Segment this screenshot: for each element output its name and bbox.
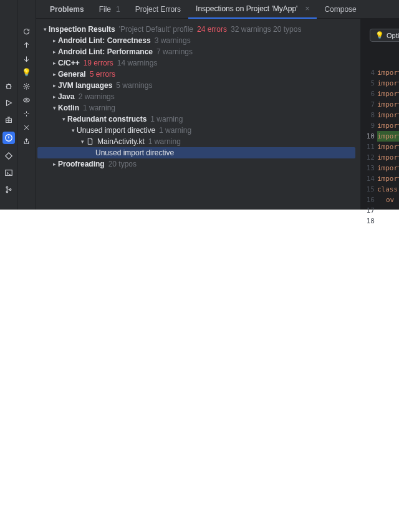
code-preview: importimportimportimportimportimportimpo…	[377, 67, 399, 205]
svg-point-6	[9, 189, 11, 191]
tab-project-errors[interactable]: Project Errors	[128, 0, 188, 19]
svg-rect-3	[5, 170, 12, 176]
close-icon[interactable]	[22, 122, 32, 132]
tree-item[interactable]: ▸C/C++19 errors14 warnings	[37, 57, 360, 69]
inspection-toolbar: 💡	[17, 0, 36, 210]
tree-item[interactable]: Unused import directive	[37, 147, 355, 158]
svg-point-4	[6, 186, 8, 188]
tab-problems[interactable]: Problems	[42, 0, 92, 19]
tree-item[interactable]: ▸Android Lint: Performance7 warnings	[37, 46, 360, 57]
export-icon[interactable]	[22, 136, 32, 146]
tree-item[interactable]: ▸Android Lint: Correctness3 warnings	[37, 35, 360, 46]
svg-point-8	[26, 99, 27, 100]
svg-point-7	[26, 85, 27, 87]
file-icon	[86, 137, 95, 146]
tab-file[interactable]: File1	[92, 0, 128, 19]
problems-icon[interactable]	[2, 132, 15, 144]
down-arrow-icon[interactable]	[22, 54, 32, 64]
left-tool-strip	[0, 0, 17, 210]
gift-icon[interactable]	[4, 115, 14, 125]
tree-item[interactable]: ▸Proofreading20 typos	[37, 158, 360, 170]
line-gutter: 456789101112131415161718	[361, 67, 375, 226]
tab-compose[interactable]: Compose	[317, 0, 363, 19]
inspection-tree[interactable]: ▾Inspection Results'Project Default' pro…	[36, 19, 360, 210]
git-icon[interactable]	[4, 185, 14, 195]
optimize-button[interactable]: 💡 Opti	[370, 29, 399, 42]
tree-item[interactable]: ▸General5 errors	[37, 69, 360, 80]
tree-item[interactable]: ▸JVM languages5 warnings	[37, 80, 360, 91]
tree-item[interactable]: ▾Unused import directive1 warning	[37, 125, 360, 136]
diamond-icon[interactable]	[4, 151, 14, 161]
tree-root[interactable]: ▾Inspection Results'Project Default' pro…	[37, 24, 360, 35]
run-icon[interactable]	[4, 98, 14, 108]
bulb-icon: 💡	[375, 31, 384, 39]
bulb-icon[interactable]: 💡	[22, 67, 32, 77]
tab-inspections[interactable]: Inspections on Project 'MyApp'×	[188, 0, 317, 19]
terminal-icon[interactable]	[4, 168, 14, 178]
tree-item[interactable]: ▾MainActivity.kt1 warning	[37, 136, 360, 147]
eye-icon[interactable]	[22, 95, 32, 105]
bug-icon[interactable]	[4, 81, 14, 91]
tab-bar: Problems File1 Project Errors Inspection…	[36, 0, 399, 19]
ide-panel: 💡 Problems File1 Project Errors Inspecti…	[0, 0, 399, 210]
main-area: Problems File1 Project Errors Inspection…	[36, 0, 399, 210]
editor-preview: 💡 Opti 456789101112131415161718 importim…	[360, 19, 399, 210]
tree-item[interactable]: ▸Java2 warnings	[37, 91, 360, 102]
refresh-icon[interactable]	[22, 26, 32, 36]
empty-area	[0, 210, 399, 532]
svg-point-5	[6, 191, 8, 193]
content-row: ▾Inspection Results'Project Default' pro…	[36, 19, 399, 210]
tree-item[interactable]: ▾Kotlin1 warning	[37, 102, 360, 114]
close-icon[interactable]: ×	[305, 4, 309, 13]
tree-item[interactable]: ▾Redundant constructs1 warning	[37, 114, 360, 125]
up-arrow-icon[interactable]	[22, 40, 32, 50]
target-icon[interactable]	[22, 109, 32, 118]
gear-icon[interactable]	[22, 81, 32, 91]
